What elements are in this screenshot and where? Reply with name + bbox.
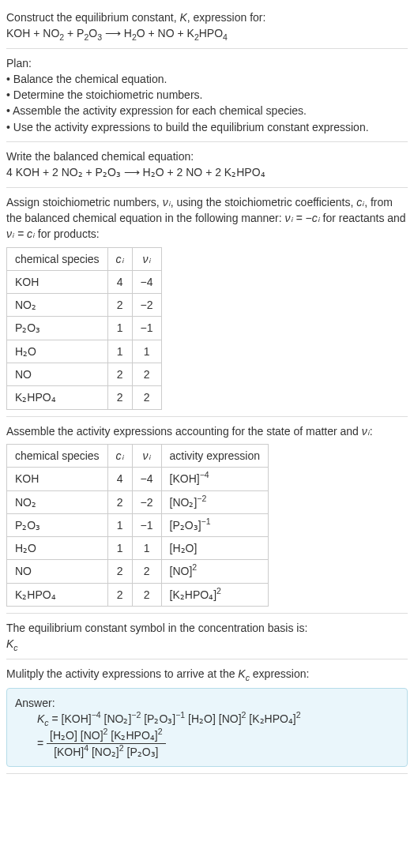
table-header-row: chemical species cᵢ νᵢ activity expressi… <box>7 444 269 467</box>
eq-right-2: O + NO + K <box>137 27 194 39</box>
num-c: [K₂HPO₄] <box>111 729 157 742</box>
cell-activity: [K₂HPO₄]2 <box>161 583 268 606</box>
mult-t2: expression: <box>250 667 309 680</box>
p1e: −4 <box>92 711 101 720</box>
table-row: H₂O11 <box>7 340 162 363</box>
table-row: KOH4−4 <box>7 270 162 293</box>
table-row: K₂HPO₄22[K₂HPO₄]2 <box>7 583 269 606</box>
cell-sp: H₂O <box>7 537 108 560</box>
assemble-t2: : <box>370 425 373 438</box>
act-exp: −4 <box>200 471 209 480</box>
cell-sp: NO₂ <box>7 490 108 513</box>
p6b: [K₂HPO₄] <box>249 712 295 725</box>
th-species: chemical species <box>7 247 108 270</box>
p1b: [KOH] <box>62 712 92 725</box>
assign-rel1: νᵢ = −cᵢ <box>285 212 320 224</box>
den-b: [NO₂] <box>92 746 119 758</box>
assign-text: Assign stoichiometric numbers, νᵢ, using… <box>6 194 408 242</box>
den-be: 2 <box>119 743 124 753</box>
act-exp: −1 <box>201 517 211 526</box>
Kc-c: c <box>13 643 17 652</box>
eq-right-1: H <box>124 27 132 39</box>
p2b: [NO₂] <box>104 712 132 725</box>
cell-c: 2 <box>107 490 132 513</box>
ans-eq: = <box>49 712 62 725</box>
p3e: −1 <box>175 711 185 720</box>
intro-equation: KOH + NO2 + P2O3 ⟶ H2O + NO + K2HPO4 <box>6 25 408 41</box>
act-base: [KOH] <box>170 472 200 485</box>
act-exp: 2 <box>216 586 221 596</box>
mult-t1: Mulitply the activity expressions to arr… <box>6 667 238 680</box>
plan-b2: • Determine the stoichiometric numbers. <box>6 87 408 103</box>
cell-c: 1 <box>107 513 132 536</box>
table-row: NO₂2−2[NO₂]−2 <box>7 490 269 513</box>
cell-sp: P₂O₃ <box>7 513 108 536</box>
act-base: [H₂O] <box>170 542 198 554</box>
cell-n: 2 <box>132 386 161 409</box>
cell-n: −4 <box>132 468 161 490</box>
cell-c: 4 <box>107 468 132 490</box>
table-header-row: chemical species cᵢ νᵢ <box>7 247 162 270</box>
balanced-eq: 4 KOH + 2 NO₂ + P₂O₃ ⟶ H₂O + 2 NO + 2 K₂… <box>6 164 408 180</box>
arrow: ⟶ <box>102 27 124 39</box>
balanced-section: Write the balanced chemical equation: 4 … <box>6 142 408 188</box>
cell-n: −1 <box>132 513 161 536</box>
answer-line1: Kc = [KOH]−4 [NO₂]−2 [P₂O₃]−1 [H₂O] [NO]… <box>37 711 399 727</box>
th-nu: νᵢ <box>132 247 161 270</box>
cell-c: 1 <box>107 317 132 340</box>
assign-ci: cᵢ <box>356 196 364 209</box>
cell-n: −2 <box>132 490 161 513</box>
cell-c: 2 <box>107 583 132 606</box>
multiply-text: Mulitply the activity expressions to arr… <box>6 666 408 682</box>
p3b: [P₂O₃] <box>144 712 175 725</box>
stoich-table: chemical species cᵢ νᵢ KOH4−4 NO₂2−2 P₂O… <box>6 247 162 410</box>
table-row: H₂O11[H₂O] <box>7 537 269 560</box>
frac-num: [H₂O] [NO]2 [K₂HPO₄]2 <box>47 727 166 744</box>
table-row: K₂HPO₄22 <box>7 386 162 409</box>
num-ce: 2 <box>158 727 163 736</box>
symbol-section: The equilibrium constant symbol in the c… <box>6 614 408 659</box>
intro-text1: Construct the equilibrium constant, <box>6 11 179 24</box>
intro-text1b: , expression for: <box>187 11 266 24</box>
cell-c: 2 <box>107 294 132 317</box>
num-b: [NO] <box>81 729 104 742</box>
answer-fraction: [H₂O] [NO]2 [K₂HPO₄]2 [KOH]4 [NO₂]2 [P₂O… <box>47 727 166 761</box>
act-exp: 2 <box>192 563 197 573</box>
cell-c: 2 <box>107 560 132 583</box>
cell-sp: P₂O₃ <box>7 317 108 340</box>
assemble-section: Assemble the activity expressions accoun… <box>6 417 408 614</box>
intro-section: Construct the equilibrium constant, K, e… <box>6 3 408 49</box>
balanced-title: Write the balanced chemical equation: <box>6 148 408 164</box>
eq-left-1: KOH + NO <box>6 27 59 39</box>
assign-t2: , using the stoichiometric coefficients, <box>171 196 357 209</box>
p5b: [NO] <box>219 712 242 725</box>
num-be: 2 <box>104 727 108 736</box>
assemble-text: Assemble the activity expressions accoun… <box>6 423 408 439</box>
intro-line1: Construct the equilibrium constant, K, e… <box>6 9 408 25</box>
assign-nu: νᵢ <box>163 196 171 209</box>
ans-eq2: = <box>37 736 47 749</box>
cell-n: −1 <box>132 317 161 340</box>
answer-box: Answer: Kc = [KOH]−4 [NO₂]−2 [P₂O₃]−1 [H… <box>6 688 408 767</box>
eq-right-3: HPO <box>199 27 223 39</box>
th-activity: activity expression <box>161 444 268 467</box>
answer-body: Kc = [KOH]−4 [NO₂]−2 [P₂O₃]−1 [H₂O] [NO]… <box>15 711 399 760</box>
cell-c: 1 <box>107 340 132 363</box>
den-c: [P₂O₃] <box>127 746 159 758</box>
cell-sp: NO <box>7 363 108 386</box>
plan-b4: • Use the activity expressions to build … <box>6 119 408 135</box>
cell-c: 1 <box>107 537 132 560</box>
cell-sp: K₂HPO₄ <box>7 386 108 409</box>
assign-rel2: νᵢ = cᵢ <box>6 227 35 240</box>
cell-sp: H₂O <box>7 340 108 363</box>
cell-c: 2 <box>107 363 132 386</box>
cell-c: 2 <box>107 386 132 409</box>
activity-table: chemical species cᵢ νᵢ activity expressi… <box>6 444 269 607</box>
cell-n: −2 <box>132 294 161 317</box>
den-ae: 4 <box>84 743 88 753</box>
cell-activity: [KOH]−4 <box>161 468 268 490</box>
p6e: 2 <box>296 711 301 720</box>
table-row: NO22 <box>7 363 162 386</box>
ans-K: K <box>37 712 44 725</box>
table-row: P₂O₃1−1 <box>7 317 162 340</box>
